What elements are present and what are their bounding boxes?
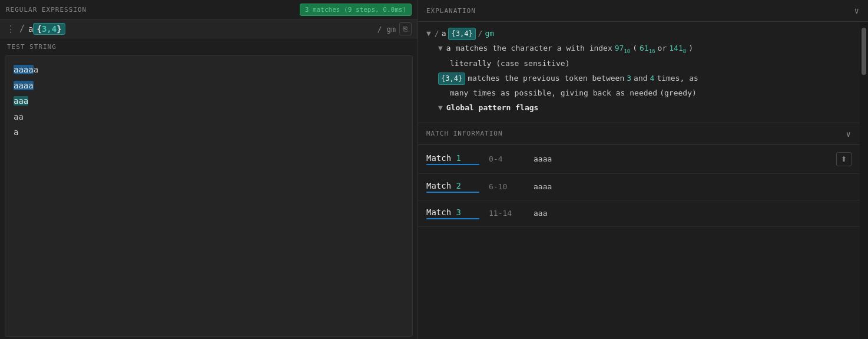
exp-sub-collapse[interactable]: ▼ <box>438 42 443 55</box>
exp-decimal: 9710 <box>615 42 631 55</box>
scrollbar-thumb[interactable] <box>862 28 866 75</box>
explanation-inner: ▼ / a{3,4} / gm ▼ a matches the characte… <box>418 22 860 339</box>
match-info-header: MATCH INFORMATION ∨ <box>418 123 860 145</box>
scrollbar[interactable] <box>860 22 868 339</box>
match-1-label: Match 1 <box>426 153 461 163</box>
exp-flags: gm <box>485 28 494 40</box>
match-2-range: 6-10 <box>489 182 524 191</box>
match-2-underline <box>426 192 479 193</box>
exp-greedy-line: many times as possible, giving back as n… <box>450 87 852 100</box>
exp-char-a-label: a <box>446 42 451 55</box>
regex-section-label: REGULAR EXPRESSION <box>6 6 87 14</box>
match-label-wrap-3: Match 3 <box>426 208 479 219</box>
options-icon[interactable]: ⋮ <box>6 24 16 35</box>
regex-bar: ⋮ / a{3,4} / gm ⎘ <box>0 20 418 38</box>
match-1-num: 1 <box>456 153 461 163</box>
exp-quant-token: {3,4} <box>438 73 465 85</box>
exp-char-line: ▼ a matches the character a with index 9… <box>438 42 852 55</box>
regex-flags-display: / gm <box>377 25 396 34</box>
right-panel: EXPLANATION ∨ ▼ / a{3,4} / gm ▼ a matche… <box>418 0 868 339</box>
exp-char: a <box>442 28 446 40</box>
exp-octal: 1418 <box>669 42 686 55</box>
regex-quantifier: {3,4} <box>33 23 65 35</box>
match-1-range: 0-4 <box>489 154 524 163</box>
test-line-2: aaaa <box>14 78 404 94</box>
regex-char-a: a <box>28 24 33 34</box>
match-highlight-1: aaaa <box>14 65 34 74</box>
exp-quantifier: {3,4} <box>448 28 475 40</box>
exp-num4: 4 <box>650 73 655 85</box>
match-label-wrap-1: Match 1 <box>426 153 479 165</box>
match-2-value: aaaa <box>534 182 552 191</box>
match-3-underline <box>426 218 479 219</box>
match-item-3: Match 3 11-14 aaa <box>418 200 860 227</box>
explanation-scroll-wrap: ▼ / a{3,4} / gm ▼ a matches the characte… <box>418 22 868 339</box>
match-label-wrap-2: Match 2 <box>426 181 479 193</box>
test-line-5: a <box>14 124 404 140</box>
exp-char-desc: matches the character a with index <box>456 42 612 55</box>
match-2-label: Match 2 <box>426 181 461 190</box>
exp-paren1: ( <box>632 42 637 55</box>
explanation-label: EXPLANATION <box>426 7 476 15</box>
exp-slash2: / <box>478 28 483 40</box>
explanation-header: EXPLANATION ∨ <box>418 0 868 22</box>
match-highlight-3: aaa <box>14 96 28 106</box>
match-item-1: Match 1 0-4 aaaa ⬆ <box>418 145 860 174</box>
exp-collapse-arrow[interactable]: ▼ <box>426 28 431 40</box>
exp-paren2: ) <box>688 42 693 55</box>
exp-or: or <box>658 42 667 55</box>
match-highlight-2: aaaa <box>14 81 34 90</box>
match-1-underline <box>426 164 479 165</box>
explanation-body: ▼ / a{3,4} / gm ▼ a matches the characte… <box>418 22 860 123</box>
left-panel: REGULAR EXPRESSION 3 matches (9 steps, 0… <box>0 0 418 339</box>
exp-greedy-label: (greedy) <box>660 87 697 100</box>
exp-global-line: ▼ Global pattern flags <box>426 102 852 114</box>
match-info-collapse-icon[interactable]: ∨ <box>846 129 852 139</box>
exp-times: times, as <box>657 73 698 85</box>
exp-and: and <box>634 73 647 85</box>
exp-regex-line: ▼ / a{3,4} / gm <box>426 28 852 40</box>
matches-badge: 3 matches (9 steps, 0.0ms) <box>300 4 412 16</box>
slash-left: / <box>19 24 25 34</box>
match-1-value: aaaa <box>534 154 552 163</box>
match-3-range: 11-14 <box>489 209 524 218</box>
exp-case-line: literally (case sensitive) <box>450 58 852 70</box>
exp-slash: / <box>435 28 439 40</box>
quantifier-value: 3,4 <box>42 24 57 34</box>
test-line-3: aaa <box>14 93 404 109</box>
exp-hex: 6116 <box>640 42 655 55</box>
exp-global-text: Global pattern flags <box>446 102 539 114</box>
explanation-collapse-icon[interactable]: ∨ <box>854 6 860 15</box>
exp-case-text: literally (case sensitive) <box>450 58 570 70</box>
test-section-label: TEST STRING <box>0 38 418 53</box>
match-3-label: Match 3 <box>426 208 461 217</box>
regex-input[interactable]: a{3,4} <box>28 23 374 35</box>
exp-num3: 3 <box>627 73 631 85</box>
exp-global-arrow[interactable]: ▼ <box>438 102 443 114</box>
test-line-1: aaaaa <box>14 62 404 78</box>
share-button-1[interactable]: ⬆ <box>836 152 852 166</box>
match-info-label: MATCH INFORMATION <box>426 130 503 137</box>
match-3-value: aaa <box>534 209 547 218</box>
match-2-num: 2 <box>456 181 461 190</box>
match-item-2: Match 2 6-10 aaaa <box>418 174 860 200</box>
exp-quant-desc: matches the previous token between <box>468 73 624 85</box>
match-list: Match 1 0-4 aaaa ⬆ Match 2 6-10 aaaa <box>418 145 860 339</box>
copy-button[interactable]: ⎘ <box>399 22 412 35</box>
exp-quant-line: {3,4} matches the previous token between… <box>438 73 852 85</box>
match-3-num: 3 <box>456 208 461 217</box>
test-line-4: aa <box>14 109 404 125</box>
test-string-area[interactable]: aaaaa aaaa aaa aa a <box>5 55 413 337</box>
exp-greedy-text: many times as possible, giving back as n… <box>450 87 657 100</box>
